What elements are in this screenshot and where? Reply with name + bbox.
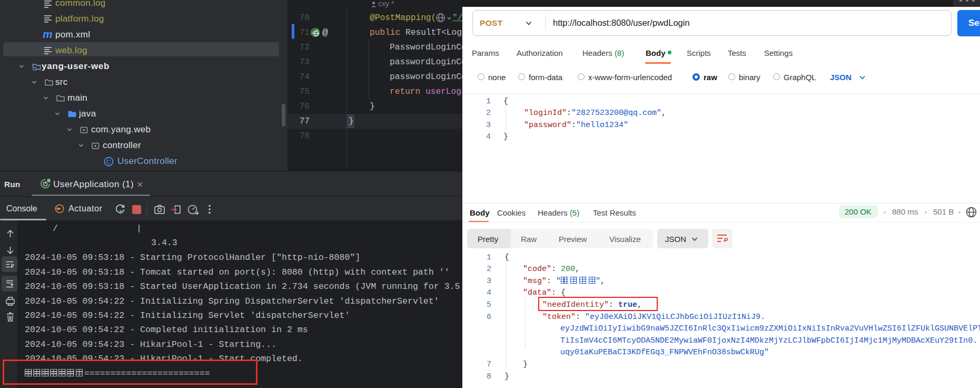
svg-text:C: C [106,159,111,165]
